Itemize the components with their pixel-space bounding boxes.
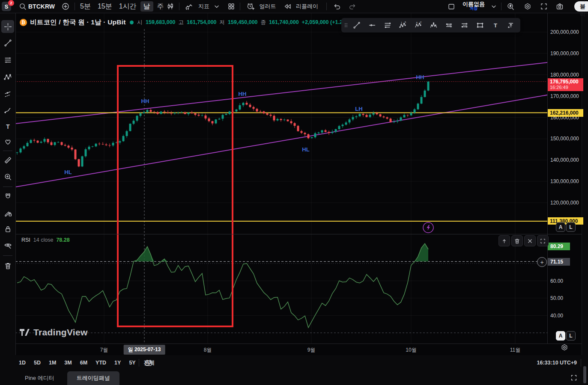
swing-label-LH[interactable]: LH <box>355 106 362 112</box>
chevron-down-icon[interactable] <box>490 0 498 13</box>
rsi-high-label: 80.29 <box>548 243 570 250</box>
tab-트레이딩패널[interactable]: 트레이딩패널 <box>67 371 119 385</box>
range-YTD[interactable]: YTD <box>96 360 106 366</box>
rsi-pane-up-arrow-icon[interactable] <box>498 235 510 246</box>
parallel-lines-drawing-icon[interactable] <box>380 19 395 31</box>
clock-timezone[interactable]: 16:33:10 UTC+9 <box>537 355 577 370</box>
tab-Pine 에디터[interactable]: Pine 에디터 <box>15 371 64 385</box>
indicators-icon[interactable] <box>183 0 194 13</box>
range-1M[interactable]: 1M <box>49 360 56 366</box>
expand-panel-icon[interactable] <box>570 374 578 382</box>
draw-lock-tool-icon[interactable] <box>1 206 14 219</box>
redo-icon[interactable] <box>347 0 358 13</box>
ruler-tool-icon[interactable] <box>1 154 14 166</box>
save-link[interactable]: 저장 <box>470 6 478 11</box>
brush-tool-icon[interactable] <box>1 104 14 117</box>
timeframe-15분[interactable]: 15분 <box>95 1 115 12</box>
candle <box>355 115 358 119</box>
price-axis[interactable]: 176,795,000 16:26:49 162,216,000 111,380… <box>548 13 582 344</box>
indicators-button[interactable]: 지표 <box>195 0 212 13</box>
go-to-date-icon[interactable] <box>142 355 155 370</box>
elliott-abc-drawing-icon[interactable]: AC <box>411 19 426 31</box>
scrollbar-thumb[interactable] <box>583 366 586 383</box>
auto-scale-button[interactable]: A <box>556 222 565 232</box>
price-label-drawing-icon[interactable] <box>503 19 519 31</box>
flat-channel-drawing-icon[interactable] <box>457 19 472 31</box>
elliott-15-drawing-icon[interactable]: 15 <box>395 19 411 31</box>
channel-tool-icon[interactable] <box>1 88 14 101</box>
quick-search-icon[interactable] <box>504 0 516 13</box>
replay-button[interactable]: 리플레이 <box>294 0 320 13</box>
layout-grid-icon[interactable] <box>225 0 237 13</box>
layout-name-button[interactable]: 이름없음 저장 <box>458 0 489 13</box>
rsi-legend[interactable]: RSI 14 close 78.28 <box>21 237 70 243</box>
crosshair-tool-icon[interactable] <box>1 20 14 33</box>
rsi-pane-trash-icon[interactable] <box>511 235 523 246</box>
text-drawing-icon[interactable]: T <box>488 19 503 31</box>
price-chart-canvas[interactable]: HHHHLHHHHLHL <box>15 13 547 344</box>
timeframe-1시간[interactable]: 1시간 <box>116 1 140 12</box>
trash-tool-icon[interactable] <box>1 259 14 272</box>
replay-icon[interactable] <box>282 0 293 13</box>
compare-add-icon[interactable] <box>60 0 71 13</box>
trend-line-drawing-icon[interactable] <box>349 19 364 31</box>
price-tick: 180,000,000 <box>550 72 579 78</box>
candle <box>386 116 388 119</box>
timeframe-5분[interactable]: 5분 <box>77 1 94 12</box>
rsi-log-scale-button[interactable]: L <box>566 331 576 341</box>
lightning-marker-icon[interactable] <box>423 222 433 233</box>
symbol-title[interactable]: 비트코인 / 한국 원 · 1날 · UpBit <box>30 18 126 27</box>
range-6M[interactable]: 6M <box>80 360 87 366</box>
horizontal-line-drawing-icon[interactable] <box>364 19 380 31</box>
magnet-tool-icon[interactable] <box>1 190 14 203</box>
swing-label-HH[interactable]: HH <box>141 98 149 104</box>
chart-style-icon[interactable] <box>164 0 176 13</box>
head-shoulders-drawing-icon[interactable] <box>426 19 442 31</box>
range-3M[interactable]: 3M <box>64 360 72 366</box>
range-5D[interactable]: 5D <box>34 360 41 366</box>
purple-channel-lines[interactable] <box>15 62 547 187</box>
candle <box>212 121 214 125</box>
symbol-search-button[interactable]: BTCKRW <box>28 0 58 13</box>
layout-save-icon[interactable] <box>445 0 457 13</box>
zoom-in-tool-icon[interactable] <box>1 170 14 183</box>
drag-handle-dots-icon[interactable] <box>343 22 349 29</box>
swing-label-HH[interactable]: HH <box>239 91 247 97</box>
fib-tool-icon[interactable] <box>1 53 14 66</box>
rsi-pane-maximize-icon[interactable] <box>537 235 549 246</box>
rsi-auto-scale-button[interactable]: A <box>556 331 565 341</box>
chevron-down-icon[interactable] <box>213 0 221 13</box>
swing-label-HL[interactable]: HL <box>302 146 309 153</box>
text-tool-icon[interactable]: T <box>1 120 14 133</box>
timeframe-날[interactable]: 날 <box>140 1 153 12</box>
fullscreen-icon[interactable] <box>538 0 550 13</box>
undo-icon[interactable] <box>331 0 343 13</box>
trend-line-tool-icon[interactable] <box>1 36 14 49</box>
candle <box>277 118 279 121</box>
range-5Y[interactable]: 5Y <box>129 360 135 366</box>
range-1D[interactable]: 1D <box>19 360 26 366</box>
rsi-settings-gear-icon[interactable] <box>559 342 570 352</box>
xabcd-tool-icon[interactable] <box>1 71 14 83</box>
pane-separator[interactable] <box>15 234 582 234</box>
eye-tool-icon[interactable] <box>1 239 14 252</box>
swing-label-HH[interactable]: HH <box>416 74 424 80</box>
publish-button[interactable]: 퍼블리 <box>574 1 588 12</box>
settings-icon[interactable] <box>522 0 534 13</box>
rsi-pane-collapse-icon[interactable] <box>524 235 536 246</box>
yellow-horizontal-lines[interactable] <box>15 113 547 221</box>
rectangle-drawing-icon[interactable] <box>472 19 488 31</box>
lock-tool-icon[interactable] <box>1 222 14 235</box>
heart-tool-icon[interactable] <box>1 135 14 148</box>
range-1Y[interactable]: 1Y <box>114 360 121 366</box>
alert-button[interactable]: 얼러트 <box>257 0 278 13</box>
alert-icon[interactable] <box>245 0 256 13</box>
swing-label-HL[interactable]: HL <box>64 169 72 175</box>
candle <box>301 130 303 134</box>
disjoint-channel-drawing-icon[interactable] <box>442 19 457 31</box>
time-axis[interactable]: 7월8월9월10월11월일 2025-07-13 <box>15 344 582 355</box>
search-icon[interactable] <box>17 0 28 13</box>
screenshot-camera-icon[interactable] <box>554 0 566 13</box>
add-alert-plus-icon[interactable]: + <box>537 257 547 267</box>
log-scale-button[interactable]: L <box>566 222 576 232</box>
